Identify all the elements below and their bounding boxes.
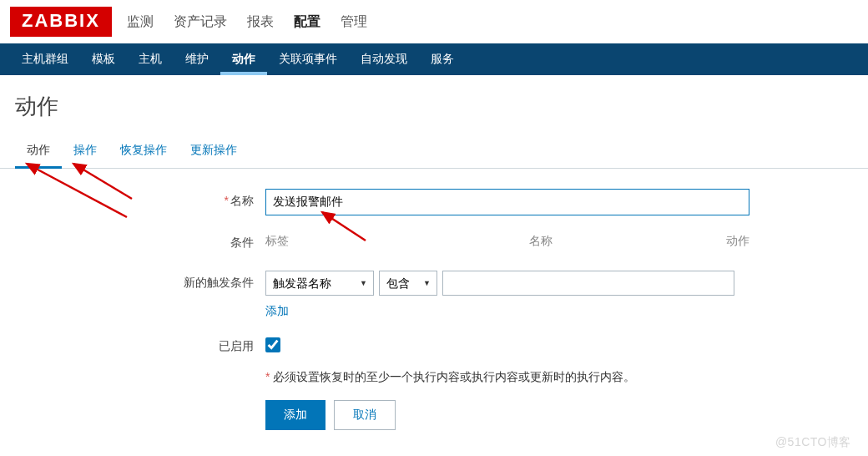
- watermark: @51CTO博客: [775, 435, 851, 450]
- cond-col-name: 名称: [432, 234, 649, 249]
- subnav-templates[interactable]: 模板: [80, 43, 127, 75]
- nav-reports[interactable]: 报表: [247, 13, 274, 31]
- tabs: 动作 操作 恢复操作 更新操作: [0, 136, 868, 169]
- subnav-hosts[interactable]: 主机: [127, 43, 174, 75]
- conditions-label: 条件: [15, 231, 265, 251]
- submit-button[interactable]: 添加: [265, 400, 326, 430]
- sub-nav: 主机群组 模板 主机 维护 动作 关联项事件 自动发现 服务: [0, 43, 868, 75]
- logo[interactable]: ZABBIX: [10, 7, 112, 37]
- cond-col-action: 动作: [649, 234, 749, 249]
- nav-assets[interactable]: 资产记录: [174, 13, 227, 31]
- tab-action[interactable]: 动作: [15, 136, 62, 169]
- nav-monitor[interactable]: 监测: [127, 13, 154, 31]
- name-label: *名称: [15, 189, 265, 209]
- new-trigger-label: 新的触发条件: [15, 271, 265, 291]
- tab-update[interactable]: 更新操作: [179, 136, 249, 168]
- nav-config[interactable]: 配置: [294, 13, 320, 31]
- add-condition-link[interactable]: 添加: [265, 304, 289, 319]
- warning-text: *必须设置恢复时的至少一个执行内容或执行内容或更新时的执行内容。: [265, 370, 853, 385]
- subnav-correlation[interactable]: 关联项事件: [267, 43, 349, 75]
- subnav-services[interactable]: 服务: [419, 43, 466, 75]
- conditions-header: 标签 名称 动作: [265, 231, 749, 256]
- enabled-label: 已启用: [15, 334, 265, 354]
- top-nav: 监测 资产记录 报表 配置 管理: [127, 13, 367, 31]
- tab-operation[interactable]: 操作: [62, 136, 108, 168]
- form-area: *名称 条件 标签 名称 动作 新的触发条件 触发器名称 包含: [0, 169, 868, 456]
- enabled-checkbox[interactable]: [265, 337, 280, 352]
- trigger-value-input[interactable]: [442, 271, 734, 296]
- subnav-actions[interactable]: 动作: [220, 43, 267, 75]
- trigger-op-select[interactable]: 包含: [379, 271, 437, 296]
- cond-col-tag: 标签: [265, 234, 432, 249]
- nav-admin[interactable]: 管理: [341, 13, 367, 31]
- tab-recovery[interactable]: 恢复操作: [108, 136, 179, 168]
- cancel-button[interactable]: 取消: [334, 400, 396, 430]
- subnav-discovery[interactable]: 自动发现: [349, 43, 419, 75]
- page-title: 动作: [0, 75, 868, 136]
- subnav-hostgroups[interactable]: 主机群组: [10, 43, 80, 75]
- top-bar: ZABBIX 监测 资产记录 报表 配置 管理: [0, 0, 868, 43]
- trigger-type-select[interactable]: 触发器名称: [265, 271, 374, 296]
- subnav-maintenance[interactable]: 维护: [174, 43, 220, 75]
- name-input[interactable]: [265, 189, 749, 215]
